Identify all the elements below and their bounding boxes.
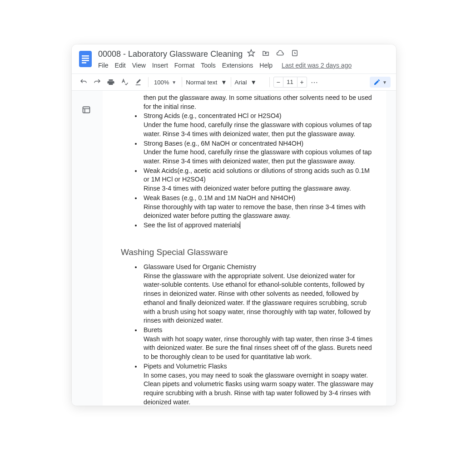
section-heading: Washing Special Glassware [115, 246, 373, 258]
svg-rect-0 [79, 51, 92, 67]
list-item-body: In some cases, you may need to soak the … [144, 371, 373, 406]
caret-down-icon: ▼ [382, 80, 387, 85]
list-item-body: Under the fume hood, carefully rinse the… [144, 121, 373, 138]
last-edit-link[interactable]: Last edit was 2 days ago [282, 62, 352, 69]
menu-edit[interactable]: Edit [115, 62, 126, 69]
list-item-title: Weak Bases (e.g., 0.1M and 1M NaOH and N… [144, 194, 295, 201]
paragraph-style-select[interactable]: Normal text ▼ [186, 79, 227, 86]
font-value: Arial [235, 79, 247, 86]
list-item-title: Strong Acids (e.g., concentrated HCl or … [144, 112, 282, 119]
toolbar-more[interactable]: ⋯ [308, 78, 321, 87]
list-item-body: Under the fume hood, carefully rinse the… [144, 148, 373, 166]
list-item-title: Strong Bases (e.g., 6M NaOH or concentra… [144, 140, 303, 147]
move-icon[interactable] [262, 49, 270, 59]
text-cursor [240, 221, 240, 229]
menu-bar: File Edit View Insert Format Tools Exten… [98, 60, 391, 72]
font-size-control: − 11 + [273, 77, 307, 88]
list-item-body: Rinse thoroughly with tap water to remov… [144, 203, 373, 221]
caret-down-icon: ▼ [172, 80, 176, 85]
title-icons [247, 49, 299, 59]
font-size-increase[interactable]: + [297, 77, 307, 88]
header: 00008 - Laboratory Glassware Cleaning [72, 44, 396, 74]
print-button[interactable] [104, 76, 117, 88]
cloud-icon[interactable] [276, 49, 284, 59]
font-size-value[interactable]: 11 [283, 77, 297, 88]
star-icon[interactable] [247, 49, 255, 59]
svg-rect-2 [82, 58, 89, 59]
bullet-list: Glassware Used for Organic ChemistryRins… [115, 263, 373, 406]
undo-button[interactable] [77, 76, 90, 88]
document-page[interactable]: then put the glassware away. In some sit… [103, 91, 386, 406]
content-area: then put the glassware away. In some sit… [72, 91, 396, 406]
menu-file[interactable]: File [98, 62, 109, 69]
paint-format-button[interactable] [132, 76, 144, 88]
list-item: See the list of approved materials [142, 221, 373, 230]
caret-down-icon: ▼ [251, 79, 257, 86]
zoom-select[interactable]: 100% ▼ [152, 79, 178, 86]
docs-app-icon[interactable] [77, 48, 94, 70]
editing-mode-button[interactable]: ▼ [370, 77, 391, 88]
menu-view[interactable]: View [132, 62, 146, 69]
menu-insert[interactable]: Insert [152, 62, 168, 69]
redo-button[interactable] [91, 76, 104, 88]
docs-window: 00008 - Laboratory Glassware Cleaning [72, 44, 396, 406]
toolbar: 100% ▼ Normal text ▼ Arial ▼ − 11 + ⋯ ▼ [72, 74, 396, 91]
svg-marker-5 [248, 50, 255, 56]
menu-help[interactable]: Help [259, 62, 273, 69]
paragraph: then put the glassware away. In some sit… [115, 93, 373, 111]
outline-toggle-icon[interactable] [82, 105, 93, 116]
list-item: Strong Bases (e.g., 6M NaOH or concentra… [142, 139, 373, 166]
history-icon[interactable] [291, 49, 299, 59]
list-item: Glassware Used for Organic ChemistryRins… [142, 263, 373, 325]
list-item: BuretsWash with hot soapy water, rinse t… [142, 326, 373, 362]
font-size-decrease[interactable]: − [273, 77, 283, 88]
menu-tools[interactable]: Tools [201, 62, 216, 69]
svg-rect-3 [82, 60, 89, 61]
document-title[interactable]: 00008 - Laboratory Glassware Cleaning [98, 49, 243, 59]
list-item-body: Rinse the glassware with the appropriate… [144, 272, 373, 325]
list-item-title: Pipets and Volumetric Flasks [144, 363, 227, 370]
list-item-body: Rinse 3-4 times with deionized water bef… [144, 184, 373, 193]
list-item: Weak Acids(e.g., acetic acid solutions o… [142, 167, 373, 193]
list-item: Pipets and Volumetric FlasksIn some case… [142, 362, 373, 406]
style-value: Normal text [186, 79, 217, 86]
list-item: Strong Acids (e.g., concentrated HCl or … [142, 112, 373, 138]
svg-rect-7 [83, 107, 90, 113]
zoom-value: 100% [154, 79, 169, 86]
list-item-title: Glassware Used for Organic Chemistry [144, 263, 256, 270]
left-gutter [72, 91, 103, 406]
list-item: Weak Bases (e.g., 0.1M and 1M NaOH and N… [142, 194, 373, 221]
font-select[interactable]: Arial ▼ [235, 79, 266, 86]
list-item-title: Weak Acids(e.g., acetic acid solutions o… [144, 167, 370, 183]
svg-rect-1 [82, 55, 89, 57]
bullet-list: Strong Acids (e.g., concentrated HCl or … [115, 112, 373, 230]
svg-rect-4 [82, 62, 86, 64]
list-item-body: Wash with hot soapy water, rinse thoroug… [144, 335, 373, 362]
menu-extensions[interactable]: Extensions [222, 62, 253, 69]
menu-format[interactable]: Format [174, 62, 194, 69]
list-item-title: Burets [144, 326, 162, 334]
list-item-title: See the list of approved materials [144, 221, 240, 229]
caret-down-icon: ▼ [221, 79, 227, 86]
spellcheck-button[interactable] [118, 76, 131, 88]
